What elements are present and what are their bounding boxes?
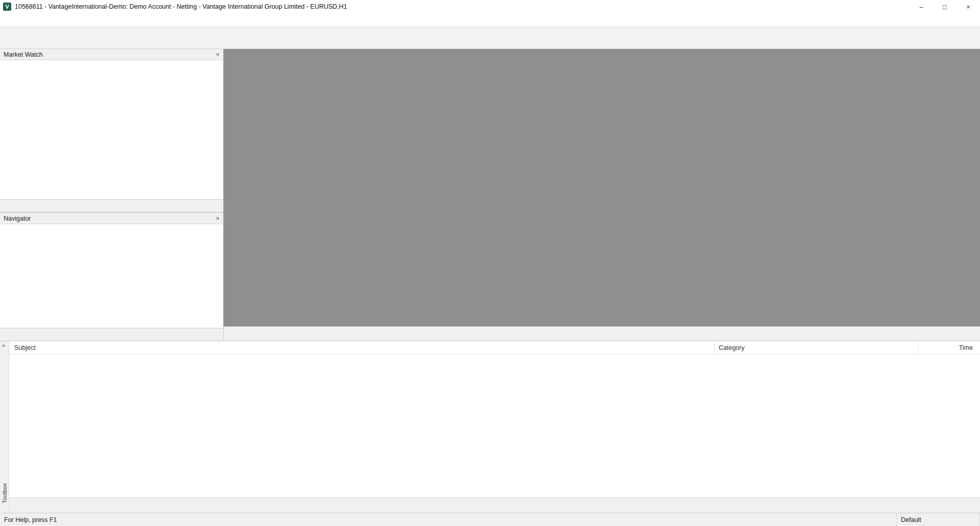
toolbar bbox=[0, 27, 980, 49]
left-panel: Market Watch × Navigator × bbox=[0, 49, 224, 341]
navigator-tabs bbox=[0, 328, 223, 341]
column-time[interactable]: Time bbox=[919, 341, 980, 354]
navigator-title: Navigator bbox=[4, 215, 31, 222]
market-watch-title: Market Watch bbox=[4, 51, 43, 58]
toolbox-vertical-label[interactable]: Toolbox bbox=[2, 483, 8, 504]
toolbox-panel: × Toolbox Subject Category Time bbox=[0, 341, 980, 513]
market-watch-close-icon[interactable]: × bbox=[216, 51, 219, 58]
navigator-close-icon[interactable]: × bbox=[216, 215, 219, 222]
toolbox-content-empty bbox=[9, 354, 980, 497]
window-close-button[interactable]: × bbox=[957, 0, 980, 13]
status-profile[interactable]: Default bbox=[901, 516, 921, 523]
app-logo-icon: V bbox=[3, 3, 11, 11]
toolbox-close-icon[interactable]: × bbox=[2, 343, 5, 349]
toolbox-side-strip: × Toolbox bbox=[0, 341, 9, 513]
toolbox-tabs bbox=[9, 497, 980, 513]
window-maximize-button[interactable]: □ bbox=[933, 0, 957, 13]
column-subject[interactable]: Subject bbox=[9, 341, 715, 354]
chart-tab-bar bbox=[224, 326, 980, 341]
window-title: 10568611 - VantageInternational-Demo: De… bbox=[15, 3, 910, 10]
navigator-tree bbox=[0, 224, 223, 328]
column-category[interactable]: Category bbox=[715, 341, 919, 354]
toolbox-header-row: Subject Category Time bbox=[9, 341, 980, 354]
status-bar: For Help, press F1 Default bbox=[0, 513, 980, 526]
status-help-text: For Help, press F1 bbox=[4, 516, 57, 523]
window-minimize-button[interactable]: – bbox=[910, 0, 933, 13]
menu-bar bbox=[0, 13, 980, 27]
navigator-panel: Navigator × bbox=[0, 212, 223, 341]
market-watch-tabs bbox=[0, 199, 223, 212]
title-bar: V 10568611 - VantageInternational-Demo: … bbox=[0, 0, 980, 13]
chart-workspace bbox=[224, 49, 980, 341]
market-watch-panel: Market Watch × bbox=[0, 49, 223, 212]
market-watch-table bbox=[0, 60, 223, 199]
